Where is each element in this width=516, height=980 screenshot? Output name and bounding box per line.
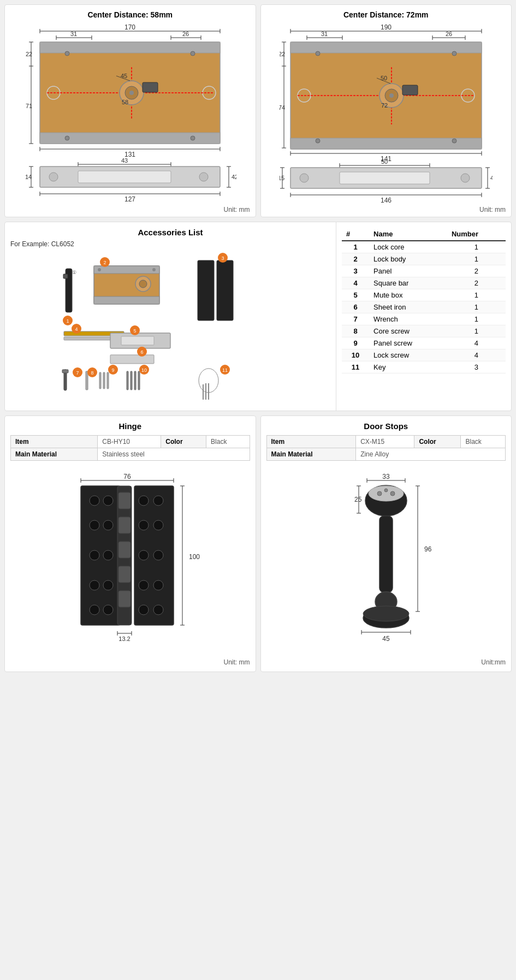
acc-row: 5 Mute box 1: [342, 289, 506, 301]
svg-text:33: 33: [382, 473, 390, 480]
svg-point-201: [153, 520, 163, 530]
svg-rect-229: [379, 516, 393, 592]
svg-point-199: [153, 496, 163, 506]
acc-name: Wrench: [369, 313, 447, 325]
svg-text:6: 6: [140, 349, 143, 355]
svg-point-34: [191, 51, 195, 56]
doorstop-material-label: Main Material: [266, 448, 356, 461]
svg-point-90: [389, 93, 394, 98]
svg-text:8: 8: [91, 370, 93, 376]
svg-rect-124: [63, 274, 68, 278]
accessories-left: Accessories List For Example: CL6052 ① 1: [5, 222, 336, 411]
svg-rect-149: [110, 355, 154, 364]
svg-rect-164: [127, 371, 128, 390]
acc-count: 1: [447, 325, 506, 337]
svg-text:190: 190: [381, 23, 392, 31]
acc-row: 6 Sheet iron 1: [342, 301, 506, 313]
hinge-item-value: CB-HY10: [98, 436, 161, 448]
page: Center Distance: 58mm 170 31 26: [0, 0, 516, 676]
svg-text:11: 11: [222, 367, 228, 373]
svg-point-96: [316, 139, 320, 143]
acc-name: Square bar: [369, 277, 447, 289]
svg-rect-166: [134, 371, 136, 390]
hinge-figure: 76: [10, 465, 250, 656]
acc-name: Lock screw: [369, 349, 447, 361]
svg-text:2: 2: [103, 260, 106, 265]
svg-text:71: 71: [26, 103, 32, 109]
doorstop-color-label: Color: [414, 436, 461, 448]
acc-count: 3: [447, 361, 506, 373]
svg-point-48: [49, 173, 58, 181]
acc-num: 9: [342, 337, 369, 349]
svg-rect-160: [103, 372, 105, 389]
svg-point-97: [452, 139, 456, 143]
svg-point-49: [199, 173, 208, 181]
doorstop-unit: Unit:mm: [266, 658, 506, 666]
svg-point-225: [369, 486, 404, 501]
svg-text:96: 96: [424, 545, 432, 553]
acc-count: 1: [447, 289, 506, 301]
acc-name: Panel: [369, 265, 447, 277]
svg-rect-142: [64, 337, 110, 340]
svg-text:74: 74: [280, 104, 285, 111]
doorstop-item-label: Item: [266, 436, 356, 448]
svg-text:50: 50: [381, 75, 387, 81]
acc-num: 6: [342, 301, 369, 313]
svg-text:7: 7: [76, 370, 79, 376]
accessories-title: Accessories List: [10, 228, 330, 237]
acc-count: 1: [447, 301, 506, 313]
acc-num: 10: [342, 349, 369, 361]
svg-text:76: 76: [124, 473, 132, 480]
diagram-58mm: Center Distance: 58mm 170 31 26: [4, 4, 256, 217]
acc-row: 1 Lock core 1: [342, 241, 506, 253]
acc-row: 9 Panel screw 4: [342, 337, 506, 349]
svg-text:13.2: 13.2: [119, 635, 131, 642]
svg-point-195: [103, 580, 113, 590]
acc-row: 2 Lock body 1: [342, 253, 506, 265]
acc-num: 4: [342, 277, 369, 289]
svg-point-189: [103, 496, 113, 506]
doorstop-svg: 33 25: [310, 471, 462, 656]
acc-row: 3 Panel 2: [342, 265, 506, 277]
svg-text:72: 72: [381, 102, 388, 109]
svg-rect-165: [131, 371, 132, 390]
acc-count: 2: [447, 277, 506, 289]
accessories-image: ① 1 2: [10, 252, 330, 405]
svg-point-198: [139, 496, 149, 506]
svg-rect-98: [402, 85, 418, 95]
doorstop-figure: 33 25: [266, 465, 506, 656]
svg-point-227: [390, 491, 395, 496]
acc-name: Key: [369, 361, 447, 373]
doorstop-color-value: Black: [461, 436, 506, 448]
svg-rect-180: [81, 486, 120, 625]
acc-count: 4: [447, 337, 506, 349]
svg-point-95: [452, 51, 456, 56]
svg-rect-187: [118, 591, 131, 607]
acc-row: 8 Core screw 1: [342, 325, 506, 337]
acc-name: Panel screw: [369, 337, 447, 349]
svg-text:22: 22: [280, 51, 285, 57]
acc-num: 11: [342, 361, 369, 373]
acc-row: 10 Lock screw 4: [342, 349, 506, 361]
svg-text:45: 45: [382, 635, 390, 643]
svg-rect-156: [86, 371, 88, 390]
svg-text:43: 43: [121, 157, 128, 164]
svg-point-191: [103, 520, 113, 530]
svg-text:25: 25: [354, 496, 362, 503]
hinge-color-label: Color: [161, 436, 206, 448]
svg-text:22: 22: [26, 51, 32, 57]
svg-point-200: [139, 520, 149, 530]
diagram-72mm: Center Distance: 72mm 190 31 26: [260, 4, 512, 217]
svg-point-205: [153, 580, 163, 590]
hinge-item-label: Item: [11, 436, 98, 448]
svg-rect-130: [94, 296, 159, 304]
svg-point-110: [461, 174, 470, 182]
svg-point-226: [377, 491, 382, 496]
accessories-right: # Name Number 1 Lock core 1 2 Lock body …: [336, 222, 511, 411]
svg-point-202: [139, 550, 149, 560]
diagram-58mm-svg: 170 31 26 22 71: [23, 23, 236, 204]
svg-text:100: 100: [189, 553, 200, 561]
acc-num: 3: [342, 265, 369, 277]
doorstop-section: Door Stops Item CX-M15 Color Black Main …: [260, 415, 512, 672]
diagram-72mm-title: Center Distance: 72mm: [266, 10, 506, 19]
